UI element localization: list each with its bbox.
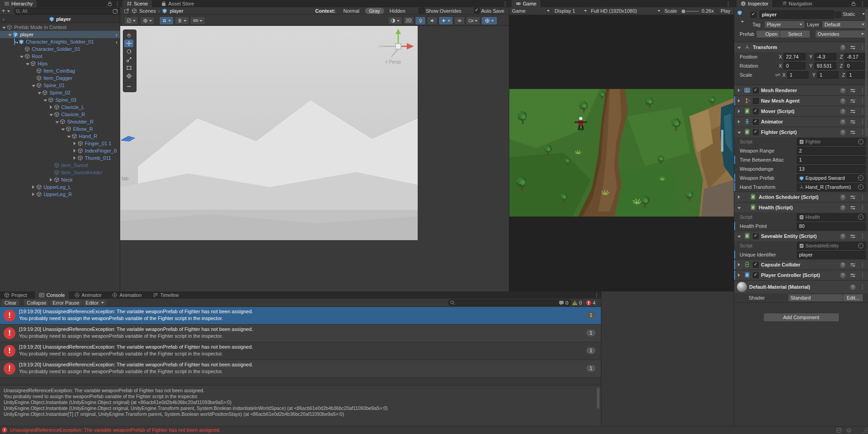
help-icon[interactable]: ? (840, 108, 846, 114)
expand-arrow-icon[interactable] (31, 184, 36, 190)
rotate-tool[interactable] (124, 48, 133, 55)
component-menu-icon[interactable]: ⋮ (860, 108, 865, 115)
object-picker-icon[interactable] (858, 175, 863, 181)
perspective-label[interactable]: < Persp (385, 59, 401, 64)
shader-edit-button[interactable]: Edit... (843, 294, 863, 302)
prefab-open-chevron[interactable]: › (116, 39, 120, 45)
field-value-time-between-attac[interactable]: 1 (797, 156, 866, 164)
console-entry[interactable]: ![19:19:20] UnassignedReferenceException… (0, 342, 601, 360)
hierarchy-item-spine-03[interactable]: Spine_03 (0, 96, 120, 104)
expand-arrow-icon[interactable] (737, 119, 742, 124)
expand-arrow-icon[interactable] (737, 44, 742, 50)
hierarchy-item-item-sword[interactable]: Item_Sword (0, 162, 120, 169)
component-menu-icon[interactable]: ⋮ (860, 261, 865, 268)
tab-animation[interactable]: Animation (108, 291, 146, 299)
expand-arrow-icon[interactable] (49, 177, 54, 182)
help-icon[interactable]: ? (840, 88, 846, 94)
transform-position-x[interactable]: 22.74 (784, 53, 805, 60)
expand-arrow-icon[interactable] (737, 262, 742, 267)
scale-tool[interactable] (124, 56, 133, 64)
expand-arrow-icon[interactable] (20, 54, 24, 59)
presets-icon[interactable] (850, 44, 856, 50)
custom-tool[interactable] (124, 82, 133, 90)
camera-settings-button[interactable] (466, 16, 480, 25)
inspector-lock-icon[interactable] (851, 1, 856, 6)
presets-icon[interactable] (850, 262, 856, 268)
tool-settings-button[interactable] (124, 16, 138, 25)
component-header-capsule-collider[interactable]: Capsule Collider?⋮ (734, 259, 868, 270)
expand-arrow-icon[interactable] (25, 61, 30, 66)
prefab-open-chevron[interactable]: › (116, 31, 120, 38)
hierarchy-item-clavicle-l[interactable]: Clavicle_L (0, 104, 120, 111)
transform-rotation-y[interactable]: 93.531 (814, 62, 836, 69)
hierarchy-item-elbow-r[interactable]: Elbow_R (0, 125, 120, 133)
presets-icon[interactable] (850, 88, 856, 94)
info-count-badge[interactable]: 0 (559, 300, 568, 306)
help-icon[interactable]: ? (840, 272, 846, 278)
snap-increment-button[interactable] (175, 16, 189, 25)
console-entry[interactable]: ![19:19:20] UnassignedReferenceException… (0, 307, 601, 325)
enabled-checkbox[interactable] (753, 98, 759, 104)
tab-navigation[interactable]: Navigation (777, 0, 816, 7)
expand-arrow-icon[interactable] (43, 97, 48, 103)
move-tool[interactable] (124, 39, 133, 47)
component-menu-icon[interactable]: ⋮ (860, 193, 865, 201)
console-scrollbar[interactable] (597, 388, 600, 409)
presets-icon[interactable] (850, 98, 856, 104)
help-icon[interactable]: ? (840, 194, 846, 200)
expand-arrow-icon[interactable] (73, 148, 78, 153)
transform-rotation-x[interactable]: 0 (784, 62, 805, 69)
hierarchy-item-character-knights-soldier-01[interactable]: Character_Knights_Soldier_01› (0, 38, 120, 45)
component-menu-icon[interactable]: ⋮ (860, 128, 865, 136)
hierarchy-item-clavicle-r[interactable]: Clavicle_R (0, 111, 120, 118)
expand-arrow-icon[interactable] (49, 112, 54, 117)
expand-arrow-icon[interactable] (31, 83, 36, 88)
field-value-script[interactable]: #Health (797, 213, 866, 221)
game-menu-icon[interactable]: ⋮ (726, 0, 731, 7)
hierarchy-item-spine-01[interactable]: Spine_01 (0, 82, 120, 89)
object-picker-icon[interactable] (858, 243, 863, 248)
context-option-normal[interactable]: Normal (343, 8, 359, 14)
scene-viewport[interactable]: < Persp fab (120, 26, 509, 291)
tab-asset-store[interactable]: Asset Store (157, 0, 198, 7)
presets-icon[interactable] (850, 205, 856, 211)
hierarchy-item-character-soldier-01[interactable]: Character_Soldier_01 (0, 45, 120, 53)
hierarchy-menu-icon[interactable]: ⋮ (115, 0, 120, 7)
hierarchy-item-player[interactable]: player› (0, 31, 120, 38)
hierarchy-item-prefab-mode-in-context[interactable]: Prefab Mode in Context (0, 24, 120, 31)
resolution-dropdown[interactable]: Full HD (1920x1080) (591, 8, 637, 14)
field-value-health-point[interactable]: 80 (797, 222, 866, 230)
console-menu-icon[interactable]: ⋮ (594, 291, 600, 299)
console-entry[interactable]: ![19:19:20] UnassignedReferenceException… (0, 360, 601, 378)
enabled-checkbox[interactable] (753, 129, 759, 135)
hierarchy-item-item-swordholder[interactable]: Item_SwordHolder (0, 169, 120, 176)
expand-arrow-icon[interactable] (37, 90, 42, 95)
scene-menu-icon[interactable]: ⋮ (502, 0, 508, 7)
editor-dropdown[interactable]: Editor (83, 300, 107, 306)
transform-scale-y[interactable]: 1 (817, 71, 839, 79)
prefab-overrides-dropdown[interactable]: Overrides (815, 30, 867, 38)
hierarchy-item-indexfinger-0[interactable]: IndexFinger_0 (0, 147, 120, 154)
shader-dropdown[interactable]: Standard (788, 294, 848, 302)
expand-arrow-icon[interactable] (31, 192, 36, 197)
transform-scale-x[interactable]: 1 (787, 71, 809, 79)
tab-console[interactable]: Console (35, 291, 68, 299)
tab-scene[interactable]: Scene (122, 0, 152, 7)
object-picker-icon[interactable] (858, 214, 863, 220)
expand-arrow-icon[interactable] (49, 104, 54, 110)
presets-icon[interactable] (850, 233, 856, 239)
hierarchy-item-neck[interactable]: Neck (0, 176, 120, 183)
transform-position-y[interactable]: -4.3 (814, 53, 836, 60)
inspector-menu-icon[interactable]: ⋮ (860, 0, 865, 7)
pivot-orientation-button[interactable] (140, 16, 155, 25)
enabled-checkbox[interactable] (753, 272, 759, 278)
component-menu-icon[interactable]: ⋮ (860, 271, 865, 279)
component-header-mesh-renderer[interactable]: Mesh Renderer?⋮ (734, 85, 868, 95)
play-focused-dropdown[interactable]: Play (721, 8, 730, 14)
presets-icon[interactable] (850, 272, 856, 278)
expand-arrow-icon[interactable] (737, 272, 742, 278)
component-menu-icon[interactable]: ⋮ (860, 232, 865, 240)
expand-arrow-icon[interactable] (61, 126, 66, 132)
component-header-animator[interactable]: Animator?⋮ (734, 116, 868, 127)
expand-arrow-icon[interactable] (737, 108, 742, 114)
